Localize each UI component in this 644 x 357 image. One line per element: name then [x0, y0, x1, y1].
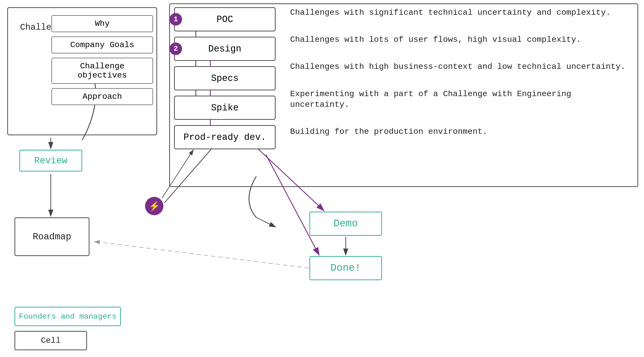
desc-design: Challenges with lots of user flows, high…: [290, 34, 628, 45]
design-badge: 2: [170, 42, 182, 55]
roadmap-box: Roadmap: [14, 217, 90, 256]
company-goals-box: Company Goals: [52, 36, 153, 53]
descriptions-column: Challenges with significant technical un…: [290, 7, 628, 153]
lightning-icon: ⚡: [145, 197, 164, 215]
step-spike: Spike: [174, 96, 276, 120]
desc-poc: Challenges with significant technical un…: [290, 7, 628, 18]
desc-spike: Experimenting with a part of a Challenge…: [290, 89, 628, 110]
desc-prod: Building for the production environment.: [290, 126, 628, 137]
why-box: Why: [52, 15, 153, 32]
desc-specs: Challenges with high business-context an…: [290, 61, 628, 72]
svg-line-14: [256, 217, 276, 227]
review-box: Review: [19, 150, 82, 171]
steps-column: 1 POC 2 Design Specs Spike Prod-ready de…: [174, 7, 276, 149]
challenges-panel: Challenges Why Company Goals Challenge o…: [7, 7, 157, 135]
inner-boxes-list: Why Company Goals Challenge objectives A…: [52, 15, 153, 105]
step-prod-ready: Prod-ready dev.: [174, 125, 276, 149]
poc-badge: 1: [170, 13, 182, 25]
approach-box: Approach: [52, 88, 153, 105]
demo-box: Demo: [310, 212, 382, 236]
founders-box: Founders and managers: [14, 307, 121, 326]
cell-box: Cell: [14, 331, 87, 350]
challenge-objectives-box: Challenge objectives: [52, 58, 153, 84]
done-box: Done!: [310, 256, 382, 280]
svg-line-15: [94, 242, 309, 268]
step-design: 2 Design: [174, 37, 276, 61]
step-specs: Specs: [174, 66, 276, 90]
step-poc: 1 POC: [174, 7, 276, 31]
